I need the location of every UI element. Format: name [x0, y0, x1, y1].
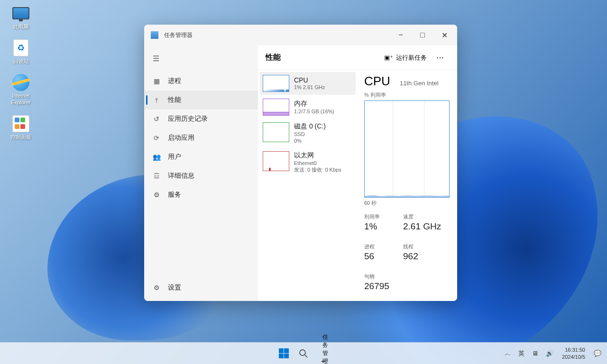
tray-notifications-button[interactable]: 💬	[591, 344, 604, 363]
performance-list: CPU 1% 2.61 GHz 内存 1.2/7.5 GB (16%)	[258, 70, 358, 301]
nav-label: 启动应用	[168, 134, 194, 142]
tray-ime-button[interactable]: 英	[515, 344, 527, 363]
titlebar[interactable]: 任务管理器 − □ ✕	[144, 25, 457, 46]
windows-logo-icon	[279, 348, 289, 358]
nav-label: 设置	[168, 283, 181, 292]
chevron-up-icon: ︿	[505, 349, 511, 358]
perf-item-ethernet[interactable]: 以太网 Ethernet0 发送: 0 接收: 0 Kbps	[260, 148, 356, 176]
nav-performance[interactable]: ⫯ 性能	[144, 91, 258, 109]
desktop-icon-label: 控制面板	[10, 134, 31, 140]
nav-app-history[interactable]: ↺ 应用历史记录	[144, 109, 258, 128]
perf-item-stat: SSD	[294, 131, 326, 137]
graph-top-label: % 利用率	[364, 91, 457, 99]
desktop-icon-recycle-bin[interactable]: ♻ 回收站	[4, 38, 38, 64]
history-icon: ↺	[153, 115, 160, 123]
perf-item-name: 以太网	[294, 151, 341, 160]
graph-bottom-label: 60 秒	[364, 200, 457, 207]
perf-item-stat: 1% 2.61 GHz	[294, 84, 325, 91]
clock-date: 2024/10/5	[562, 354, 585, 360]
content-pane: 性能 ▣⁺ 运行新任务 ⋯ CPU 1% 2.61 GHz	[258, 46, 457, 301]
performance-detail: CPU 11th Gen Intel % 利用率 60 秒 利用率1% 速度2.…	[358, 70, 457, 301]
sidebar: ☰ ▦ 进程 ⫯ 性能 ↺ 应用历史记录 ⟳ 启动应用	[144, 46, 258, 301]
nav-services[interactable]: ⚙ 服务	[144, 185, 258, 204]
cpu-thumb-icon	[263, 75, 289, 92]
control-panel-icon	[11, 114, 30, 133]
grid-icon: ▦	[153, 77, 160, 85]
stat-label: 进程	[364, 243, 388, 250]
stat-value: 962	[403, 251, 427, 262]
stat-label: 利用率	[364, 213, 388, 220]
stat-label: 句柄	[364, 273, 389, 280]
content-header: 性能 ▣⁺ 运行新任务 ⋯	[258, 46, 457, 70]
perf-item-name: 磁盘 0 (C:)	[294, 122, 326, 131]
minimize-button[interactable]: −	[390, 27, 412, 43]
tray-volume-button[interactable]: 🔊	[543, 344, 556, 363]
search-button[interactable]	[294, 344, 313, 363]
perf-item-disk[interactable]: 磁盘 0 (C:) SSD 0%	[260, 119, 356, 147]
taskbar: 任务管理器 ︿ 英 🖥 🔊 16:31:50 2024/10/5 💬	[0, 342, 607, 364]
desktop-icon-label: 回收站	[13, 58, 29, 64]
nav-processes[interactable]: ▦ 进程	[144, 72, 258, 91]
nav-label: 服务	[168, 191, 181, 199]
stat-value: 1%	[364, 221, 388, 232]
nav-details[interactable]: ☲ 详细信息	[144, 166, 258, 185]
nav-label: 用户	[168, 153, 181, 161]
tray-network-button[interactable]: 🖥	[529, 344, 541, 363]
nav-startup[interactable]: ⟳ 启动应用	[144, 128, 258, 147]
cpu-stats: 利用率1% 速度2.61 GHz 进程56 线程962 句柄26795 正常运行…	[364, 213, 457, 301]
run-task-label: 运行新任务	[396, 54, 427, 62]
network-icon: 🖥	[532, 350, 538, 357]
recycle-bin-icon: ♻	[11, 38, 30, 57]
memory-thumb-icon	[263, 99, 289, 116]
notification-icon: 💬	[594, 350, 601, 357]
list-icon: ☲	[153, 172, 160, 180]
nav-settings[interactable]: ⚙ 设置	[144, 278, 258, 297]
run-task-icon: ▣⁺	[384, 54, 393, 61]
svg-line-1	[305, 355, 307, 357]
page-title: 性能	[266, 53, 379, 63]
taskbar-app-label: 任务管理器	[322, 333, 328, 364]
disk-thumb-icon	[263, 122, 289, 142]
nav-label: 详细信息	[168, 172, 194, 180]
run-new-task-button[interactable]: ▣⁺ 运行新任务	[379, 51, 432, 65]
ethernet-thumb-icon	[263, 151, 289, 171]
more-options-button[interactable]: ⋯	[432, 50, 450, 65]
desktop-icons: 此电脑 ♻ 回收站 Internet Explorer 控制面板	[4, 4, 38, 140]
start-button[interactable]	[274, 344, 293, 363]
gear-icon: ⚙	[153, 191, 160, 199]
perf-item-name: 内存	[294, 100, 334, 108]
stat-value: 2.61 GHz	[403, 221, 441, 232]
perf-item-name: CPU	[294, 76, 325, 84]
perf-item-stat: 发送: 0 接收: 0 Kbps	[294, 166, 341, 173]
settings-icon: ⚙	[153, 284, 160, 291]
maximize-button[interactable]: □	[412, 27, 433, 43]
tray-overflow-button[interactable]: ︿	[502, 344, 514, 363]
stat-label: 线程	[403, 243, 427, 250]
pulse-icon: ⫯	[153, 96, 160, 104]
nav-label: 进程	[168, 77, 181, 85]
ie-icon	[11, 73, 30, 92]
nav-users[interactable]: 👥 用户	[144, 147, 258, 166]
perf-item-memory[interactable]: 内存 1.2/7.5 GB (16%)	[260, 96, 356, 118]
taskbar-app-task-manager[interactable]: 任务管理器	[314, 344, 333, 363]
nav-label: 应用历史记录	[168, 115, 208, 123]
nav-label: 性能	[168, 96, 181, 104]
stat-label: 速度	[403, 213, 441, 220]
desktop-icon-label: 此电脑	[13, 24, 29, 30]
clock-time: 16:31:50	[565, 346, 585, 353]
close-button[interactable]: ✕	[433, 27, 455, 43]
app-icon	[151, 31, 158, 39]
desktop-icon-control-panel[interactable]: 控制面板	[4, 114, 38, 140]
window-title: 任务管理器	[164, 31, 390, 39]
hamburger-button[interactable]: ☰	[144, 49, 258, 68]
tray-clock[interactable]: 16:31:50 2024/10/5	[558, 344, 589, 363]
svg-point-0	[300, 350, 305, 355]
stat-value: 56	[364, 251, 388, 262]
speedometer-icon: ⟳	[153, 134, 160, 142]
desktop-icon-internet-explorer[interactable]: Internet Explorer	[4, 73, 38, 105]
detail-title: CPU	[364, 74, 390, 89]
desktop-icon-this-pc[interactable]: 此电脑	[4, 4, 38, 30]
perf-item-stat: 1.2/7.5 GB (16%)	[294, 108, 334, 115]
perf-item-cpu[interactable]: CPU 1% 2.61 GHz	[260, 72, 356, 95]
search-icon	[299, 349, 308, 358]
